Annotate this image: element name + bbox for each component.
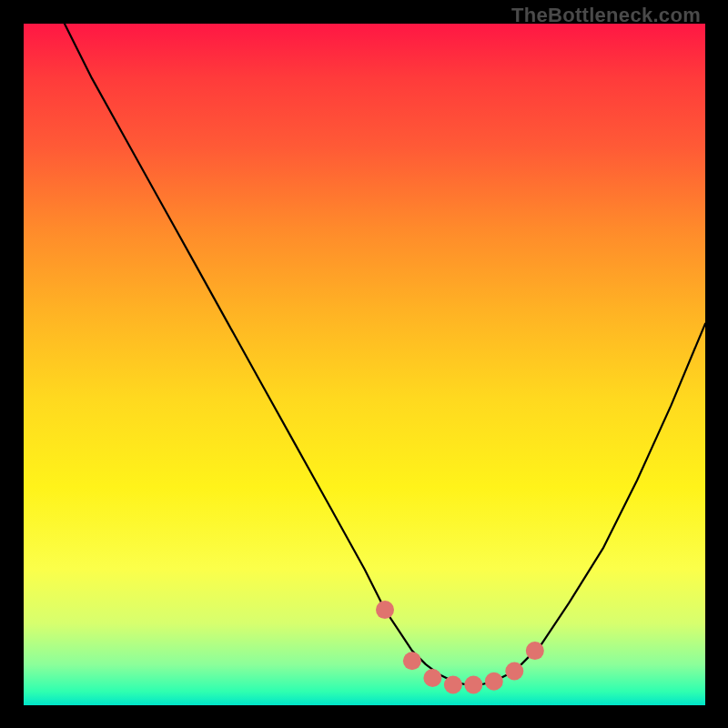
target-dot [423, 669, 441, 687]
target-dot [403, 652, 421, 670]
target-dot [376, 601, 394, 619]
target-band-dots [376, 601, 544, 693]
target-dot [485, 672, 503, 691]
bottleneck-curve [65, 24, 705, 685]
target-dot [526, 642, 544, 660]
chart-frame: TheBottleneck.com [0, 0, 728, 728]
plot-area [24, 24, 705, 705]
curve-overlay [24, 24, 705, 705]
target-dot [505, 662, 523, 681]
target-dot [464, 676, 482, 694]
target-dot [444, 676, 462, 694]
